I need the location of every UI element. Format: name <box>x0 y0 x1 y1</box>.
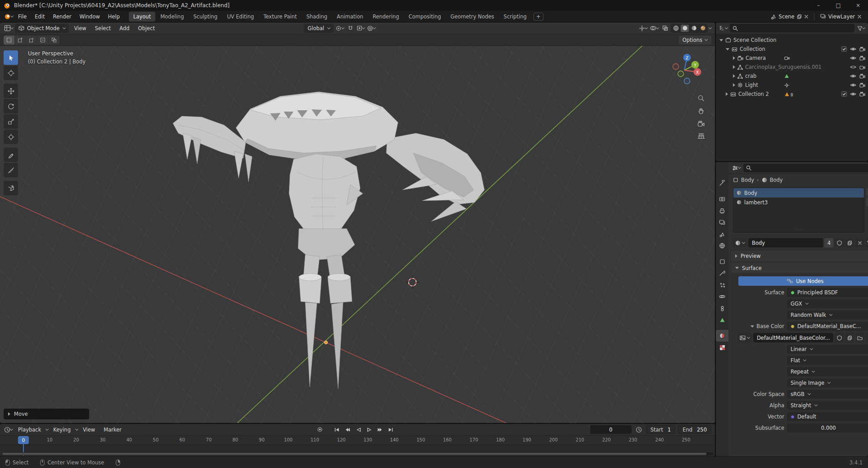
tab-output[interactable] <box>716 205 728 216</box>
transform-tool[interactable] <box>4 130 18 144</box>
menu-viewport-add[interactable]: Add <box>116 23 133 33</box>
start-frame-field[interactable]: Start 1 <box>646 425 675 434</box>
interpolation-select[interactable]: Linear <box>787 345 868 354</box>
tab-texture[interactable] <box>716 342 728 353</box>
copy-image-icon[interactable] <box>845 333 854 342</box>
disable-render-camera-icon[interactable] <box>859 74 865 79</box>
add-slot-button[interactable]: + <box>866 188 868 196</box>
workspace-tab-scripting[interactable]: Scripting <box>499 12 531 22</box>
disable-render-camera-icon[interactable] <box>859 92 865 97</box>
tab-tool[interactable] <box>716 177 728 189</box>
cursor-tool[interactable] <box>4 66 18 80</box>
mesh-data-icon[interactable] <box>784 74 789 78</box>
disable-render-camera-icon[interactable] <box>859 56 865 61</box>
menu-render[interactable]: Render <box>50 12 75 22</box>
fake-user-shield-icon[interactable] <box>835 238 844 248</box>
show-gizmo-button[interactable] <box>638 24 648 33</box>
workspace-tab-texture-paint[interactable]: Texture Paint <box>259 12 301 22</box>
copy-material-icon[interactable] <box>845 238 854 248</box>
hide-viewport-eye-icon[interactable] <box>850 65 856 69</box>
workspace-tab-shading[interactable]: Shading <box>302 12 332 22</box>
collapse-icon[interactable] <box>726 48 729 50</box>
browse-image-button[interactable] <box>737 333 752 342</box>
breadcrumb-material[interactable]: Body <box>770 177 783 183</box>
vector-link[interactable]: Default <box>787 412 868 421</box>
auto-keying-button[interactable] <box>315 426 324 434</box>
menu-playback[interactable]: Playback <box>14 425 45 435</box>
select-box-tool[interactable] <box>4 50 18 65</box>
unlink-image-icon[interactable] <box>866 333 868 342</box>
outliner-row-carcinoplax[interactable]: Carcinoplax_Suruguensis.001 <box>716 63 868 72</box>
image-name-field[interactable]: DefaultMaterial_BaseColor... <box>753 333 833 342</box>
extension-select[interactable]: Repeat <box>787 367 868 376</box>
close-button[interactable]: × <box>848 0 868 11</box>
outliner-row-collection[interactable]: Collection <box>716 45 868 54</box>
source-select[interactable]: Single Image <box>787 378 868 387</box>
list-resize-grip[interactable]: ···· <box>794 227 803 232</box>
snap-target-button[interactable] <box>356 24 365 33</box>
workspace-tab-sculpting[interactable]: Sculpting <box>189 12 222 22</box>
remove-slot-button[interactable]: − <box>866 198 868 206</box>
tab-physics[interactable] <box>716 291 728 302</box>
copy-icon[interactable] <box>797 14 802 19</box>
pivot-point-button[interactable] <box>335 24 344 33</box>
material-filter-button[interactable] <box>866 238 868 248</box>
current-frame-field[interactable]: 0 <box>590 425 632 434</box>
outliner-search-input[interactable] <box>730 24 854 32</box>
unlink-icon[interactable] <box>804 14 809 19</box>
menu-viewport-view[interactable]: View <box>70 23 90 33</box>
material-name-field[interactable]: Body <box>748 238 823 248</box>
tab-world[interactable] <box>716 240 728 252</box>
viewlayer-selector[interactable]: ViewLayer <box>817 13 864 21</box>
hide-viewport-eye-icon[interactable] <box>850 56 856 60</box>
scene-selector[interactable]: Scene <box>768 13 811 21</box>
tab-constraints[interactable] <box>716 302 728 314</box>
menu-edit[interactable]: Edit <box>31 12 48 22</box>
pan-hand-icon[interactable] <box>697 108 705 115</box>
tab-render[interactable] <box>716 193 728 205</box>
base-color-link[interactable]: DefaultMaterial_BaseC... <box>787 322 868 331</box>
material-slot-list[interactable]: Body lambert3 ···· <box>733 188 864 233</box>
xray-toggle[interactable] <box>660 24 669 33</box>
checkbox-icon[interactable] <box>841 46 847 52</box>
panel-preview[interactable]: Preview <box>731 251 868 261</box>
transform-orientation-select[interactable]: Global <box>304 24 334 33</box>
annotate-tool[interactable] <box>4 148 18 162</box>
workspace-tab-modeling[interactable]: Modeling <box>156 12 188 22</box>
menu-file[interactable]: File <box>14 12 30 22</box>
material-users-count[interactable]: 4 <box>824 238 833 248</box>
tab-object[interactable] <box>716 256 728 267</box>
disable-render-camera-icon[interactable] <box>859 47 865 52</box>
move-slot-down-button[interactable] <box>866 227 868 236</box>
perspective-grid-icon[interactable] <box>697 133 705 140</box>
shading-rendered-button[interactable] <box>699 25 707 32</box>
editor-type-button[interactable] <box>4 24 14 33</box>
tab-material[interactable] <box>716 330 728 342</box>
menu-help[interactable]: Help <box>104 12 123 22</box>
outliner-row-scene-collection[interactable]: Scene Collection <box>716 36 868 45</box>
measure-tool[interactable] <box>4 163 18 177</box>
workspace-tab-rendering[interactable]: Rendering <box>368 12 404 22</box>
color-space-select[interactable]: sRGB <box>787 390 868 399</box>
mesh-object-icon[interactable] <box>784 92 790 97</box>
projection-select[interactable]: Flat <box>787 356 868 365</box>
outliner-editor[interactable]: Scene Collection Collection Camera <box>716 22 868 161</box>
checkbox-icon[interactable] <box>841 91 847 97</box>
add-cube-tool[interactable] <box>4 181 18 195</box>
tab-object-data[interactable] <box>716 314 728 326</box>
hide-viewport-eye-icon[interactable] <box>850 74 856 78</box>
expand-icon[interactable] <box>733 83 735 87</box>
distribution-select[interactable]: GGX <box>787 299 868 308</box>
shading-material-button[interactable] <box>690 25 698 32</box>
light-data-icon[interactable] <box>784 83 789 88</box>
operator-panel-move[interactable]: Move <box>4 409 89 419</box>
disable-render-camera-icon[interactable] <box>859 65 865 70</box>
timeline-track[interactable] <box>0 445 715 456</box>
minimize-button[interactable]: – <box>809 0 828 11</box>
viewport-canvas[interactable]: User Perspective (0) Collection 2 | Body <box>0 46 715 423</box>
menu-window[interactable]: Window <box>76 12 103 22</box>
tab-particles[interactable] <box>716 279 728 291</box>
current-frame-marker[interactable]: 0 <box>18 436 29 444</box>
end-frame-field[interactable]: End 250 <box>678 425 711 434</box>
outliner-row-crab[interactable]: crab <box>716 72 868 81</box>
